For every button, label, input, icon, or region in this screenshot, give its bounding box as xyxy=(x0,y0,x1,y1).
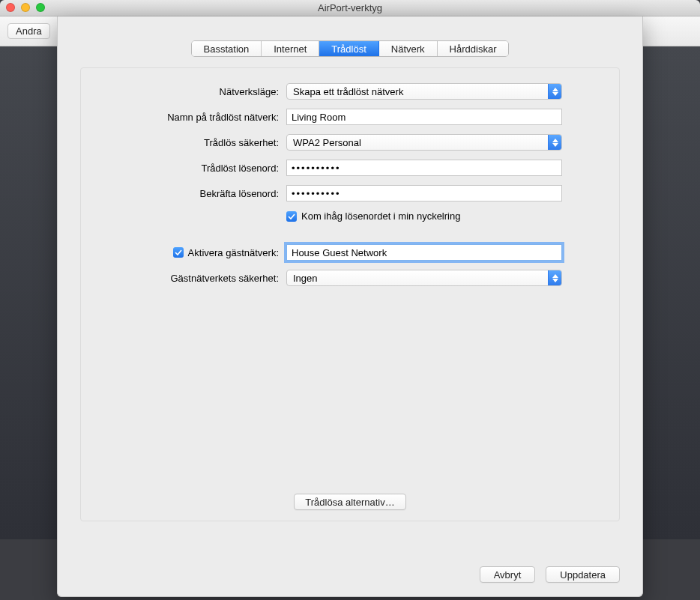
guest-network-name-input[interactable] xyxy=(286,244,562,261)
guest-security-select[interactable]: Ingen xyxy=(286,270,562,286)
tab-tradlost[interactable]: Trådlöst xyxy=(319,41,378,56)
cancel-button[interactable]: Avbryt xyxy=(480,566,536,583)
update-button[interactable]: Uppdatera xyxy=(546,566,620,583)
network-mode-label: Nätverksläge: xyxy=(102,86,286,97)
tab-internet[interactable]: Internet xyxy=(262,41,319,56)
confirm-password-input[interactable] xyxy=(286,185,562,201)
select-arrows-icon xyxy=(548,270,561,285)
enable-guest-label: Aktivera gästnätverk: xyxy=(188,247,279,258)
password-label: Trådlöst lösenord: xyxy=(102,163,286,174)
tab-bar: Basstation Internet Trådlöst Nätverk Hår… xyxy=(58,16,642,57)
remember-keychain-label: Kom ihåg lösenordet i min nyckelring xyxy=(301,210,460,222)
network-name-label: Namn på trådlöst nätverk: xyxy=(102,112,286,123)
confirm-password-label: Bekräfta lösenord: xyxy=(102,188,286,199)
wireless-panel: Nätverksläge: Skapa ett trådlöst nätverk… xyxy=(80,67,620,521)
segmented-control: Basstation Internet Trådlöst Nätverk Hår… xyxy=(191,40,510,57)
wireless-options-button[interactable]: Trådlösa alternativ… xyxy=(294,494,405,510)
password-input[interactable] xyxy=(286,160,562,176)
select-arrows-icon xyxy=(548,84,561,99)
close-window-button[interactable] xyxy=(6,3,15,12)
network-name-input[interactable] xyxy=(286,109,562,125)
tab-natverk[interactable]: Nätverk xyxy=(379,41,438,56)
tab-basstation[interactable]: Basstation xyxy=(192,41,262,56)
zoom-window-button[interactable] xyxy=(36,3,45,12)
minimize-window-button[interactable] xyxy=(21,3,30,12)
titlebar: AirPort-verktyg xyxy=(0,0,700,16)
network-mode-select[interactable]: Skapa ett trådlöst nätverk xyxy=(286,83,562,100)
security-label: Trådlös säkerhet: xyxy=(102,137,286,148)
security-select[interactable]: WPA2 Personal xyxy=(286,134,562,151)
settings-sheet: Basstation Internet Trådlöst Nätverk Hår… xyxy=(57,16,643,597)
guest-security-label: Gästnätverkets säkerhet: xyxy=(102,273,286,284)
enable-guest-checkbox[interactable] xyxy=(173,247,184,258)
other-toolbar-button[interactable]: Andra xyxy=(7,23,50,39)
footer-buttons: Avbryt Uppdatera xyxy=(480,566,620,583)
network-mode-value: Skapa ett trådlöst nätverk xyxy=(293,86,403,97)
window-controls xyxy=(6,3,45,12)
tab-harddiskar[interactable]: Hårddiskar xyxy=(438,41,509,56)
remember-keychain-checkbox[interactable] xyxy=(286,211,297,222)
window-title: AirPort-verktyg xyxy=(318,2,382,13)
guest-security-value: Ingen xyxy=(293,273,318,284)
security-value: WPA2 Personal xyxy=(293,137,361,148)
select-arrows-icon xyxy=(548,135,561,150)
